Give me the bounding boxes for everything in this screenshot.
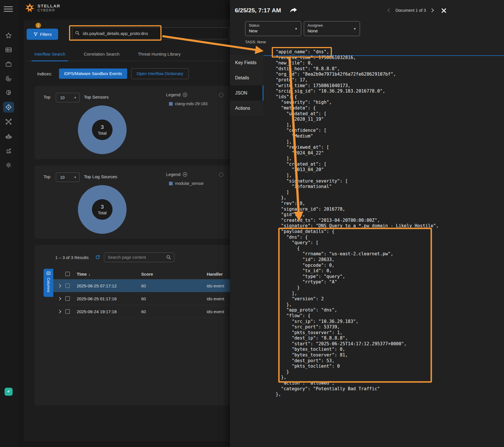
- top-sensors-card: Top 10▼ Top Sensors Legend ctang-mds-29-…: [34, 86, 235, 159]
- connectors-network-icon[interactable]: [3, 116, 14, 127]
- tab-details[interactable]: Details: [230, 70, 263, 85]
- chart-title: Top Sensors: [84, 95, 109, 100]
- donut-total-value: 3: [101, 124, 104, 130]
- tab-json[interactable]: JSON: [230, 85, 263, 101]
- tags-line: TAGS: None: [245, 40, 266, 44]
- row-expand-icon[interactable]: [58, 284, 61, 288]
- table-row[interactable]: 2025-06-24 19:17:18 60 ids-event: [53, 305, 235, 318]
- top-n-dropdown[interactable]: 10▼: [56, 172, 80, 182]
- open-interflow-dictionary-button[interactable]: Open Interflow Dictionary: [131, 68, 189, 79]
- app-root: STELLAR CYBER® Filters 1 Interflow Searc…: [0, 0, 504, 447]
- filters-button[interactable]: Filters: [27, 29, 58, 40]
- tab-correlation-search[interactable]: Correlation Search: [81, 52, 122, 61]
- search-icon: [166, 255, 171, 260]
- tags-value: None: [257, 40, 266, 44]
- tab-threat-hunting-library[interactable]: Threat Hunting Library: [135, 52, 183, 61]
- chart-title: Top Log Sources: [84, 174, 117, 179]
- donut-chart: 3 Total: [78, 185, 127, 234]
- refresh-icon[interactable]: [95, 254, 100, 260]
- donut-total-label: Total: [98, 131, 107, 136]
- machine-learning-brain-icon[interactable]: [3, 87, 14, 98]
- donut-total-value: 3: [101, 204, 104, 210]
- document-detail-panel: 6/25/25, 7:17 AM Document 1 of 3 Status …: [230, 0, 504, 447]
- chevron-down-icon: ▼: [74, 176, 76, 179]
- row-checkbox[interactable]: [65, 283, 70, 288]
- document-timestamp: 6/25/25, 7:17 AM: [235, 7, 281, 14]
- donut-chart: 3 Total: [78, 105, 127, 154]
- page-content-search-input[interactable]: [104, 252, 174, 262]
- column-header-handler[interactable]: Handler: [207, 272, 233, 277]
- legend-swatch: [169, 182, 173, 185]
- legend-arrow-icon: [183, 172, 187, 177]
- legend-item[interactable]: ctang-mds-29-183: [169, 101, 208, 106]
- column-header-score[interactable]: Score: [141, 272, 207, 277]
- ai-assistant-icon[interactable]: [5, 388, 13, 396]
- top-label: Top: [44, 174, 50, 179]
- sidebar: [0, 0, 19, 447]
- row-checkbox[interactable]: [65, 296, 70, 301]
- row-checkbox[interactable]: [65, 309, 70, 314]
- top-n-dropdown[interactable]: 10▼: [56, 93, 80, 102]
- indices-selected-button[interactable]: IDPS/Malware Sandbox Events: [59, 68, 127, 79]
- table-row[interactable]: 2025-06-25 01:17:16 60 ids-event: [53, 292, 235, 305]
- sort-desc-icon: ↓: [88, 272, 90, 277]
- favorites-star-icon[interactable]: [3, 30, 14, 41]
- tab-key-fields[interactable]: Key Fields: [230, 55, 263, 70]
- top-label: Top: [44, 95, 50, 99]
- indices-label: Indices:: [37, 71, 52, 76]
- cases-briefcase-icon[interactable]: [3, 59, 14, 70]
- row-expand-icon[interactable]: [58, 297, 61, 301]
- top-log-sources-card: Top 10▼ Top Log Sources Legend modular_s…: [34, 166, 235, 239]
- legend-item[interactable]: modular_sensor: [169, 181, 204, 186]
- chevron-down-icon: ▼: [74, 96, 76, 99]
- assignee-dropdown[interactable]: Assignee None ▼: [304, 21, 360, 36]
- json-viewer: "appid_name": "dns", "receive_time": 175…: [263, 49, 504, 445]
- columns-tab[interactable]: Columns: [44, 269, 53, 297]
- search-input[interactable]: [72, 28, 229, 39]
- share-forward-icon[interactable]: [289, 7, 298, 14]
- select-all-checkbox[interactable]: [65, 272, 70, 276]
- threat-hunting-target-icon[interactable]: [3, 102, 14, 113]
- filter-funnel-icon: [33, 32, 38, 37]
- legend-radio[interactable]: [219, 93, 223, 97]
- legend-toggle[interactable]: Legend: [166, 172, 187, 177]
- table-header-row: Time↓ Score Handler: [53, 269, 235, 279]
- document-counter: Document 1 of 3: [395, 8, 426, 13]
- legend-toggle[interactable]: Legend: [166, 92, 187, 97]
- legend-radio[interactable]: [219, 172, 223, 177]
- dashboard-icon[interactable]: [3, 44, 14, 55]
- brand-line1: STELLAR: [38, 3, 60, 8]
- table-row[interactable]: 2025-06-25 07:17:12 60 ids-event: [53, 279, 235, 292]
- results-table: Time↓ Score Handler 2025-06-25 07:17:12 …: [53, 269, 235, 318]
- automation-robot-icon[interactable]: [3, 131, 14, 142]
- legend-arrow-icon: [183, 93, 187, 97]
- search-icon: [75, 31, 80, 36]
- settings-gear-icon[interactable]: [3, 160, 14, 170]
- menu-icon[interactable]: [4, 5, 13, 12]
- document-navigation: Document 1 of 3: [388, 8, 433, 13]
- column-header-time[interactable]: Time↓: [77, 272, 141, 277]
- close-icon[interactable]: [441, 8, 447, 13]
- detections-gauge-icon[interactable]: [3, 73, 14, 84]
- results-card: 1 – 3 of 3 Results Columns Time↓ Score H…: [34, 245, 235, 405]
- brand-logo: STELLAR CYBER®: [24, 2, 60, 13]
- row-expand-icon[interactable]: [58, 310, 61, 313]
- indices-row: Indices: IDPS/Malware Sandbox Events Ope…: [37, 68, 189, 79]
- next-document-icon[interactable]: [430, 8, 434, 12]
- reports-chart-icon[interactable]: [3, 146, 14, 156]
- results-count: 1 – 3 of 3 Results: [55, 255, 89, 260]
- filters-badge: 1: [36, 23, 41, 28]
- detail-tab-menu: Key Fields Details JSON Actions: [230, 55, 263, 116]
- tab-actions[interactable]: Actions: [230, 101, 263, 116]
- previous-document-icon[interactable]: [387, 8, 391, 12]
- donut-total-label: Total: [98, 211, 107, 215]
- stellar-star-icon: [24, 2, 35, 13]
- brand-line2: CYBER®: [38, 8, 60, 12]
- legend-swatch: [169, 102, 173, 106]
- search-tabs: Interflow Search Correlation Search Thre…: [32, 52, 184, 61]
- chevron-down-icon: ▼: [295, 27, 298, 30]
- chevron-down-icon: ▼: [353, 27, 356, 30]
- tab-interflow-search[interactable]: Interflow Search: [32, 52, 68, 61]
- status-dropdown[interactable]: Status New ▼: [245, 21, 301, 36]
- columns-grid-icon: [46, 271, 51, 275]
